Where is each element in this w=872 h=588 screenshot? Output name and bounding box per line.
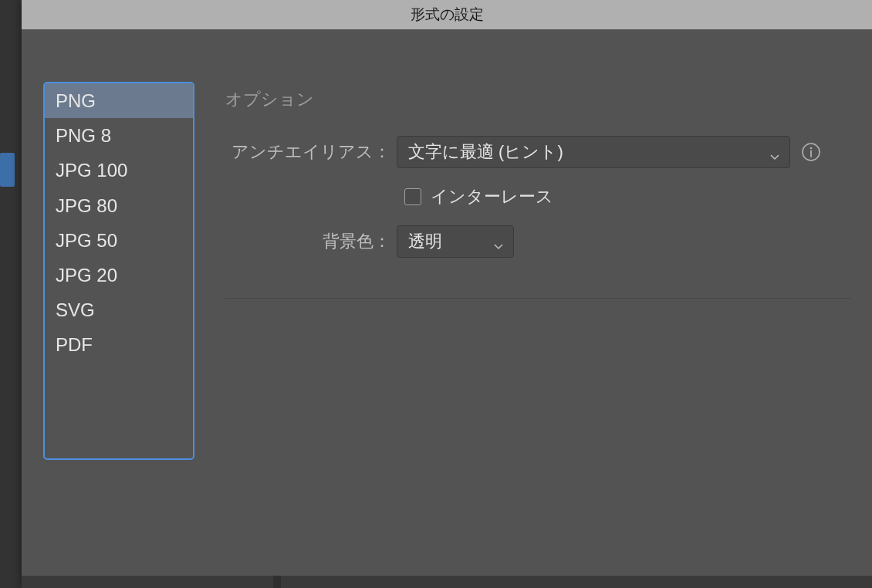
left-panel-bg (0, 0, 22, 588)
antialias-row: アンチエイリアス： 文字に最適 (ヒント) (225, 136, 850, 168)
format-item-jpg20[interactable]: JPG 20 (45, 258, 193, 292)
bgcolor-select[interactable]: 透明 (397, 225, 514, 258)
bgcolor-value: 透明 (408, 230, 442, 253)
options-panel: オプション アンチエイリアス： 文字に最適 (ヒント) (225, 82, 850, 460)
dialog-content: PNG PNG 8 JPG 100 JPG 80 JPG 50 JPG 20 S… (22, 29, 872, 482)
interlace-checkbox[interactable] (404, 188, 421, 205)
chevron-down-icon (769, 147, 780, 157)
antialias-value: 文字に最適 (ヒント) (408, 140, 563, 164)
dialog-title: 形式の設定 (411, 5, 484, 25)
bottom-divider (273, 576, 281, 588)
format-item-jpg100[interactable]: JPG 100 (45, 153, 193, 188)
interlace-label[interactable]: インターレース (431, 185, 553, 208)
format-item-png8[interactable]: PNG 8 (45, 118, 193, 153)
info-icon[interactable] (801, 142, 821, 162)
bgcolor-row: 背景色： 透明 (225, 225, 850, 258)
dialog-titlebar: 形式の設定 (22, 0, 872, 29)
antialias-label: アンチエイリアス： (225, 140, 397, 164)
options-fieldset: オプション アンチエイリアス： 文字に最適 (ヒント) (225, 82, 850, 299)
options-legend: オプション (225, 82, 850, 111)
app-background: 形式の設定 PNG PNG 8 JPG 100 JPG 80 JPG 50 JP… (0, 0, 872, 588)
left-panel-accent (0, 153, 15, 187)
format-settings-dialog: 形式の設定 PNG PNG 8 JPG 100 JPG 80 JPG 50 JP… (22, 0, 872, 588)
bgcolor-label: 背景色： (225, 230, 397, 253)
chevron-down-icon (493, 236, 504, 247)
format-item-jpg80[interactable]: JPG 80 (45, 188, 193, 223)
format-item-pdf[interactable]: PDF (45, 327, 193, 362)
format-item-svg[interactable]: SVG (45, 292, 193, 327)
svg-point-1 (810, 147, 813, 150)
interlace-row: インターレース (225, 185, 850, 208)
format-item-jpg50[interactable]: JPG 50 (45, 223, 193, 258)
format-list[interactable]: PNG PNG 8 JPG 100 JPG 80 JPG 50 JPG 20 S… (43, 82, 194, 460)
bottom-bar (22, 576, 872, 588)
antialias-select[interactable]: 文字に最適 (ヒント) (397, 136, 790, 168)
format-item-png[interactable]: PNG (45, 83, 193, 118)
